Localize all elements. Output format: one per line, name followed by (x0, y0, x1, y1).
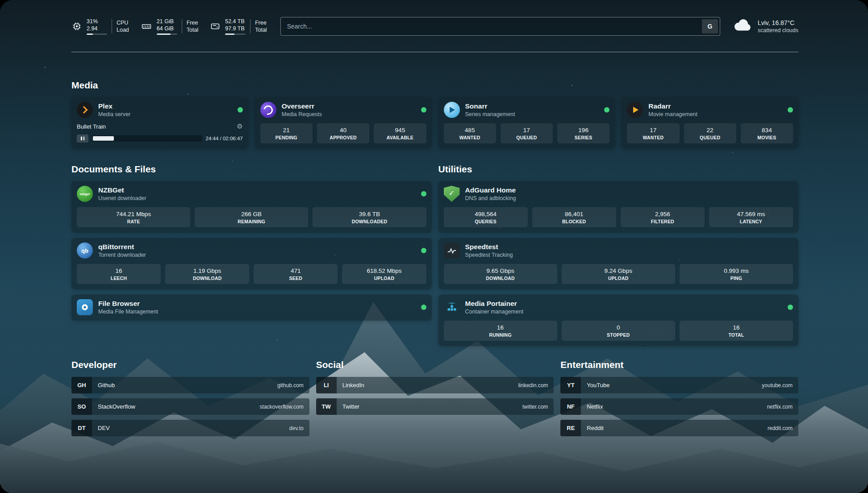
service-card-qbittorrent[interactable]: qb qBittorrent Torrent downloader 16LEEC… (71, 238, 432, 289)
plex-chevron-icon (80, 106, 88, 114)
sonarr-stats: 485WANTED 17QUEUED 196SERIES (444, 123, 610, 143)
bookmark-abbr: DT (71, 420, 92, 436)
qbittorrent-stats: 16LEECH 1.19 GbpsDOWNLOAD 471SEED 618.52… (77, 264, 426, 284)
bookmark-netflix[interactable]: NF Netflix netflix.com (560, 398, 798, 415)
sonarr-icon (444, 102, 460, 118)
bookmark-twitter[interactable]: TW Twitter twitter.com (316, 398, 554, 415)
service-card-sonarr[interactable]: Sonarr Series management 485WANTED 17QUE… (438, 97, 615, 149)
service-subtitle: DNS and adblocking (465, 195, 793, 201)
bookmark-youtube[interactable]: YT YouTube youtube.com (560, 377, 798, 393)
status-dot (421, 107, 426, 113)
bookmark-stackoverflow[interactable]: SO StackOverflow stackoverflow.com (71, 398, 309, 415)
weather-condition: scattered clouds (758, 27, 798, 33)
service-card-portainer[interactable]: Media Portainer Container management 16R… (438, 295, 799, 346)
bookmark-github[interactable]: GH Github github.com (71, 377, 309, 393)
weather-location: Lviv, 16.87°C (758, 19, 798, 26)
bookmark-abbr: RE (560, 420, 581, 436)
bookmark-abbr: LI (316, 377, 337, 393)
service-name: NZBGet (98, 186, 416, 194)
stat: 16LEECH (77, 264, 161, 284)
bookmark-url: dev.to (289, 425, 304, 431)
stat: 47.569 msLATENCY (709, 207, 793, 227)
pause-button[interactable] (77, 134, 88, 142)
memory-labels: Free Total (182, 19, 198, 34)
bookmark-abbr: YT (560, 377, 581, 393)
service-card-nzbget[interactable]: nzbget NZBGet Usenet downloader 744.21 M… (71, 181, 432, 233)
bookmark-sections: Developer GH Github github.com SO StackO… (71, 359, 798, 441)
adguard-shield-icon: ✓ (444, 186, 460, 202)
service-name: Radarr (648, 102, 782, 110)
now-playing-row: Bullet Train ⚙ (77, 122, 243, 130)
radarr-icon (627, 102, 643, 118)
stat: 196SERIES (557, 123, 609, 143)
service-subtitle: Container management (465, 309, 783, 315)
stat: 485WANTED (444, 123, 496, 143)
bookmark-name: DEV (98, 425, 110, 431)
stat: 16TOTAL (680, 321, 793, 341)
service-card-filebrowser[interactable]: File Browser Media File Management (71, 295, 432, 321)
disk-values: 52.4 TB 97.9 TB (225, 18, 246, 35)
playback-progress-bar (92, 135, 202, 142)
portainer-stats: 16RUNNING 0STOPPED 16TOTAL (444, 321, 793, 341)
bookmark-dev[interactable]: DT DEV dev.to (71, 420, 309, 436)
service-card-plex[interactable]: Plex Media server Bullet Train ⚙ 24:44 /… (71, 97, 248, 149)
service-subtitle: Media server (98, 111, 232, 117)
portainer-icon (444, 299, 460, 315)
bookmark-abbr: SO (71, 398, 92, 415)
bookmark-abbr: TW (316, 398, 337, 415)
bookmark-name: Reddit (587, 425, 604, 431)
nzbget-stats: 744.21 MbpsRATE 266 GBREMAINING 39.6 TBD… (77, 207, 426, 227)
cpu-values: 31% 2.94 (87, 18, 107, 35)
section-title-social: Social (316, 359, 554, 370)
service-name: Media Portainer (465, 300, 783, 308)
two-column-sections: Documents & Files nzbget NZBGet Usenet d… (71, 164, 798, 346)
stat: 39.6 TBDOWNLOADED (313, 207, 426, 227)
stat: 266 GBREMAINING (195, 207, 308, 227)
bookmark-reddit[interactable]: RE Reddit reddit.com (560, 420, 798, 436)
plex-header: Plex Media server (77, 102, 243, 118)
service-card-radarr[interactable]: Radarr Movie management 17WANTED 22QUEUE… (622, 97, 798, 149)
memory-values: 21 GiB 64 GiB (157, 18, 177, 35)
stat: 2,956FILTERED (621, 207, 705, 227)
section-utilities: Utilities ✓ AdGuard Home DNS and adblock… (438, 164, 799, 346)
cpu-meter: 31% 2.94 CPU Load (71, 18, 129, 35)
bookmark-abbr: NF (560, 398, 581, 415)
service-name: Overseerr (282, 102, 416, 110)
search-provider-button[interactable]: G (702, 19, 718, 33)
disk-icon (210, 21, 221, 32)
stat: 86,401BLOCKED (532, 207, 616, 227)
section-documents: Documents & Files nzbget NZBGet Usenet d… (71, 164, 432, 321)
weather-widget: Lviv, 16.87°C scattered clouds (734, 19, 798, 34)
disk-progress (225, 33, 246, 35)
topbar: 31% 2.94 CPU Load (71, 0, 798, 39)
memory-icon (141, 21, 152, 32)
section-title-entertainment: Entertainment (560, 359, 798, 370)
stat: 17WANTED (627, 123, 679, 143)
status-dot (238, 107, 243, 113)
bookmark-linkedin[interactable]: LI LinkedIn linkedin.com (316, 377, 554, 393)
service-subtitle: Media Requests (282, 111, 416, 117)
filebrowser-icon (77, 299, 93, 315)
search-input[interactable] (281, 23, 702, 30)
bookmark-url: twitter.com (522, 404, 548, 410)
gear-icon[interactable]: ⚙ (237, 122, 242, 130)
status-dot (604, 107, 609, 113)
radarr-stats: 17WANTED 22QUEUED 834MOVIES (627, 123, 793, 143)
overseerr-stats: 21PENDING 40APPROVED 945AVAILABLE (260, 123, 426, 143)
memory-progress (157, 33, 177, 35)
stat: 40APPROVED (317, 123, 369, 143)
service-subtitle: Usenet downloader (98, 195, 416, 201)
section-title-documents: Documents & Files (71, 164, 432, 175)
now-playing-title: Bullet Train (77, 123, 106, 130)
status-dot (421, 248, 426, 253)
stat: 498,564QUERIES (444, 207, 528, 227)
service-subtitle: Torrent downloader (98, 252, 416, 258)
stat: 1.19 GbpsDOWNLOAD (165, 264, 249, 284)
service-card-speedtest[interactable]: Speedtest Speedtest Tracking 9.65 GbpsDO… (438, 238, 799, 289)
nzbget-icon: nzbget (77, 186, 93, 202)
stat: 834MOVIES (741, 123, 793, 143)
service-card-adguard[interactable]: ✓ AdGuard Home DNS and adblocking 498,56… (438, 181, 799, 233)
stat: 471SEED (254, 264, 338, 284)
service-card-overseerr[interactable]: Overseerr Media Requests 21PENDING 40APP… (255, 97, 432, 149)
search-bar: G (280, 17, 720, 36)
